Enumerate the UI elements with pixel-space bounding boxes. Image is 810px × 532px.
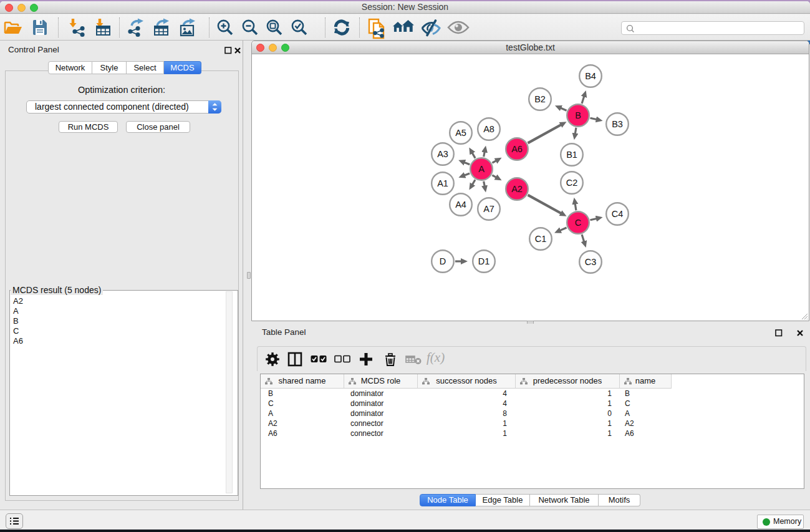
- svg-text:B: B: [575, 110, 581, 120]
- svg-text:A7: A7: [483, 204, 494, 214]
- svg-text:A: A: [478, 164, 485, 174]
- svg-text:A5: A5: [455, 128, 466, 138]
- svg-text:A8: A8: [483, 124, 494, 134]
- svg-text:D: D: [440, 256, 446, 266]
- svg-text:C: C: [575, 218, 581, 228]
- svg-text:A3: A3: [437, 149, 448, 159]
- svg-text:C3: C3: [585, 257, 597, 267]
- svg-text:C2: C2: [566, 178, 578, 188]
- svg-text:B3: B3: [612, 119, 623, 129]
- svg-text:B4: B4: [585, 71, 596, 81]
- svg-text:A2: A2: [511, 184, 523, 194]
- svg-text:A4: A4: [455, 200, 466, 210]
- svg-text:D1: D1: [478, 256, 490, 266]
- svg-text:B2: B2: [534, 94, 546, 104]
- svg-text:A6: A6: [511, 144, 523, 154]
- svg-text:B1: B1: [566, 150, 577, 160]
- svg-text:C4: C4: [612, 209, 624, 219]
- svg-text:C1: C1: [535, 234, 547, 244]
- svg-text:A1: A1: [437, 178, 448, 188]
